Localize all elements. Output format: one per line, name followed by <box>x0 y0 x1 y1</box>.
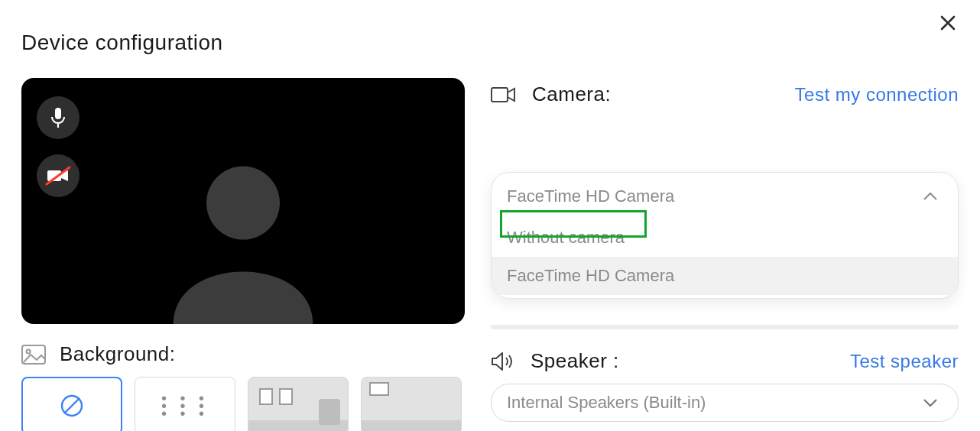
svg-point-2 <box>206 167 280 240</box>
background-room-2[interactable] <box>361 377 462 431</box>
section-divider <box>491 325 959 329</box>
close-button[interactable] <box>939 14 957 35</box>
background-room-1[interactable] <box>248 377 349 431</box>
speaker-label: Speaker : <box>531 349 619 373</box>
test-connection-link[interactable]: Test my connection <box>795 84 959 105</box>
camera-option-facetime[interactable]: FaceTime HD Camera <box>492 257 958 295</box>
svg-point-8 <box>27 349 31 353</box>
camera-select-open[interactable]: FaceTime HD Camera Without camera FaceTi… <box>491 172 959 299</box>
close-icon <box>939 14 957 32</box>
video-preview <box>21 78 465 324</box>
toggle-mic-button[interactable] <box>37 96 80 139</box>
speaker-select[interactable]: Internal Speakers (Built-in) <box>491 384 959 422</box>
test-speaker-link[interactable]: Test speaker <box>850 351 959 372</box>
camera-label: Camera: <box>532 83 611 106</box>
avatar-placeholder <box>151 141 335 324</box>
chevron-down-icon <box>923 398 938 407</box>
camera-option-without[interactable]: Without camera <box>492 219 958 257</box>
background-section-header: Background: <box>21 342 465 366</box>
camera-header: Camera: Test my connection <box>491 83 959 106</box>
speaker-header: Speaker : Test speaker <box>491 349 959 373</box>
speaker-icon <box>491 352 514 371</box>
camera-icon <box>491 86 515 104</box>
speaker-selected-value: Internal Speakers (Built-in) <box>507 393 706 413</box>
svg-line-10 <box>64 398 80 413</box>
device-config-modal: Device configuration B <box>0 0 980 431</box>
svg-rect-3 <box>55 108 61 119</box>
background-options: • • •• • •• • • <box>21 377 465 431</box>
camera-off-icon <box>45 166 71 186</box>
camera-selected-value: FaceTime HD Camera <box>507 186 674 206</box>
blur-icon: • • •• • •• • • <box>161 394 209 417</box>
microphone-icon <box>49 107 67 128</box>
background-label: Background: <box>60 342 175 366</box>
no-background-icon <box>59 393 85 419</box>
background-none[interactable] <box>21 377 122 431</box>
image-icon <box>21 345 46 365</box>
background-blur[interactable]: • • •• • •• • • <box>135 377 235 431</box>
toggle-camera-button[interactable] <box>37 154 80 197</box>
svg-rect-11 <box>492 88 508 102</box>
modal-title: Device configuration <box>21 31 959 55</box>
chevron-up-icon <box>923 192 938 201</box>
